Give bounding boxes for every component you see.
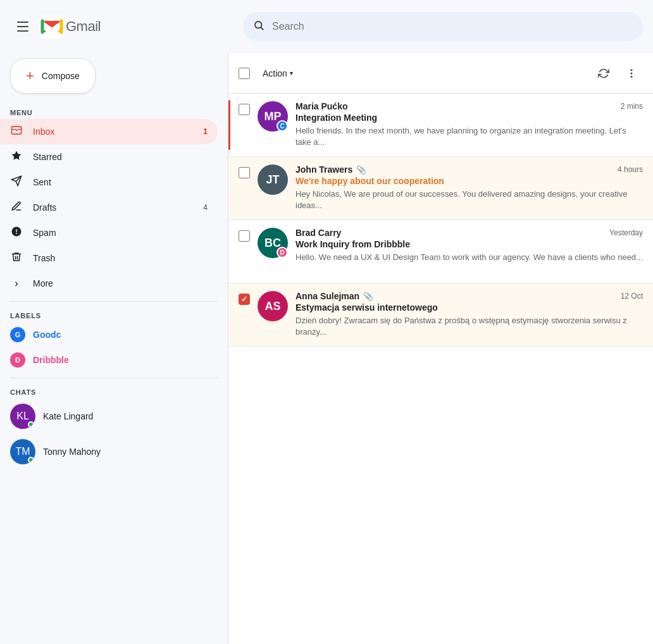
email-rows: MP C Maria Pućko 2 mins Integration Meet… [228, 94, 653, 347]
nav-item-more[interactable]: › More [0, 271, 218, 296]
sidebar-divider [10, 301, 218, 302]
sent-icon [10, 175, 23, 189]
email-content-4: Anna Sulejman 📎 12 Oct Estymacja serwisu… [295, 291, 643, 338]
svg-point-11 [631, 75, 633, 77]
email-time-2: 4 hours [618, 165, 643, 174]
email-toolbar: Action ▾ [228, 53, 653, 94]
email-header-3: Brad Carry Yesterday [295, 228, 643, 238]
email-time-4: 12 Oct [621, 292, 643, 300]
email-row-1[interactable]: MP C Maria Pućko 2 mins Integration Meet… [228, 94, 653, 157]
avatar-wrap-1: MP C [258, 101, 288, 132]
tonny-name: Tonny Mahony [43, 447, 199, 457]
search-bar[interactable] [243, 12, 643, 41]
email-sender-1: Maria Pućko [295, 101, 347, 111]
search-input[interactable] [272, 21, 633, 32]
tonny-avatar: TM [10, 439, 35, 464]
main-layout: + Compose MENU Inbox 1 Starred Sent Draf… [0, 53, 653, 644]
email-subject-1: Integration Meeting [295, 113, 643, 123]
email-time-1: 2 mins [621, 102, 643, 111]
header: Gmail [0, 0, 653, 53]
email-content-1: Maria Pućko 2 mins Integration Meeting H… [295, 101, 643, 148]
more-icon: › [10, 278, 23, 289]
label-item-goodc[interactable]: G Goodc [0, 322, 218, 347]
inbox-badge: 1 [203, 127, 208, 136]
email-row-4[interactable]: ✓ AS Anna Sulejman 📎 12 Oct Estymacja se… [228, 283, 653, 347]
search-icon [253, 20, 264, 34]
attachment-icon-4: 📎 [363, 292, 373, 301]
more-options-button[interactable] [620, 62, 643, 85]
drafts-badge: 4 [203, 203, 208, 212]
email-time-3: Yesterday [609, 228, 643, 237]
hamburger-line [17, 22, 28, 23]
hamburger-line [17, 30, 28, 32]
starred-icon [10, 150, 23, 164]
email-subject-2: We're happy about our cooperation [295, 176, 643, 186]
compose-button[interactable]: + Compose [10, 58, 96, 94]
avatar-2: JT [258, 164, 288, 195]
avatar-4: AS [258, 291, 288, 321]
email-checkbox-3[interactable] [239, 230, 250, 242]
chat-items: KL Kate Lingard ⋮ TM Tonny Mahony ⋮ [0, 399, 228, 469]
action-button[interactable]: Action ▾ [255, 65, 301, 82]
refresh-button[interactable] [592, 62, 615, 85]
goodc-label-dot: G [10, 327, 25, 342]
email-sender-2: John Trawers 📎 [295, 164, 366, 175]
sidebar: + Compose MENU Inbox 1 Starred Sent Draf… [0, 53, 228, 644]
drafts-label: Drafts [33, 202, 193, 213]
label-item-dribbble[interactable]: D Dribbble [0, 347, 218, 373]
label-items: G Goodc D Dribbble [0, 322, 228, 373]
avatar-badge-3: D [277, 247, 288, 258]
gmail-m-icon [40, 15, 63, 38]
sidebar-item-trash[interactable]: Trash [0, 245, 218, 271]
svg-rect-8 [16, 229, 17, 232]
svg-point-9 [631, 69, 633, 71]
svg-point-10 [631, 72, 633, 74]
email-preview-3: Hello. We need a UX & UI Design Team to … [295, 252, 643, 263]
email-row-2[interactable]: JT John Trawers 📎 4 hours We're happy ab… [228, 157, 653, 220]
email-checkbox-2[interactable] [239, 167, 250, 178]
email-subject-3: Work Inquiry from Dribbble [295, 239, 643, 249]
sidebar-item-sent[interactable]: Sent [0, 170, 218, 195]
email-preview-2: Hey Nicolas, We are proud of our success… [295, 189, 643, 211]
spam-icon [10, 226, 23, 240]
svg-rect-1 [42, 30, 46, 32]
chat-item-kate[interactable]: KL Kate Lingard ⋮ [0, 399, 228, 434]
gmail-logo[interactable]: Gmail [40, 15, 101, 38]
gmail-title: Gmail [66, 18, 101, 35]
chat-item-tonny[interactable]: TM Tonny Mahony ⋮ [0, 434, 228, 469]
tonny-online-dot [28, 457, 34, 463]
email-checkbox-4[interactable]: ✓ [239, 294, 250, 305]
email-content-2: John Trawers 📎 4 hours We're happy about… [295, 164, 643, 211]
email-header-4: Anna Sulejman 📎 12 Oct [295, 291, 643, 301]
sidebar-item-spam[interactable]: Spam [0, 220, 218, 245]
email-subject-4: Estymacja serwisu internetowego [295, 302, 643, 313]
svg-rect-2 [58, 30, 61, 32]
svg-line-4 [261, 27, 263, 29]
email-row-3[interactable]: BC D Brad Carry Yesterday Work Inquiry f… [228, 220, 653, 283]
select-all-checkbox[interactable] [239, 68, 250, 79]
starred-label: Starred [33, 152, 208, 162]
sent-label: Sent [33, 177, 208, 187]
email-checkbox-1[interactable] [239, 104, 250, 115]
chats-section-label: CHATS [0, 383, 228, 399]
menu-button[interactable] [10, 14, 35, 39]
drafts-icon [10, 201, 23, 214]
trash-icon [10, 251, 23, 265]
compose-plus-icon: + [26, 69, 34, 83]
inbox-label: Inbox [33, 127, 193, 137]
email-content-3: Brad Carry Yesterday Work Inquiry from D… [295, 228, 643, 263]
compose-label: Compose [42, 71, 80, 81]
trash-label: Trash [33, 253, 208, 263]
header-left: Gmail [10, 14, 238, 39]
kate-avatar: KL [10, 404, 35, 429]
email-list: Action ▾ MP [228, 53, 653, 644]
sidebar-item-starred[interactable]: Starred [0, 144, 218, 170]
dribbble-label-name: Dribbble [33, 355, 69, 365]
sidebar-item-drafts[interactable]: Drafts 4 [0, 195, 218, 220]
email-preview-4: Dzień dobry! Zwracam się do Państwa z pr… [295, 315, 643, 338]
sidebar-divider-2 [10, 378, 218, 378]
svg-point-7 [16, 233, 17, 234]
sidebar-item-inbox[interactable]: Inbox 1 [0, 119, 218, 144]
spam-label: Spam [33, 228, 208, 238]
email-divider-1 [228, 100, 230, 150]
